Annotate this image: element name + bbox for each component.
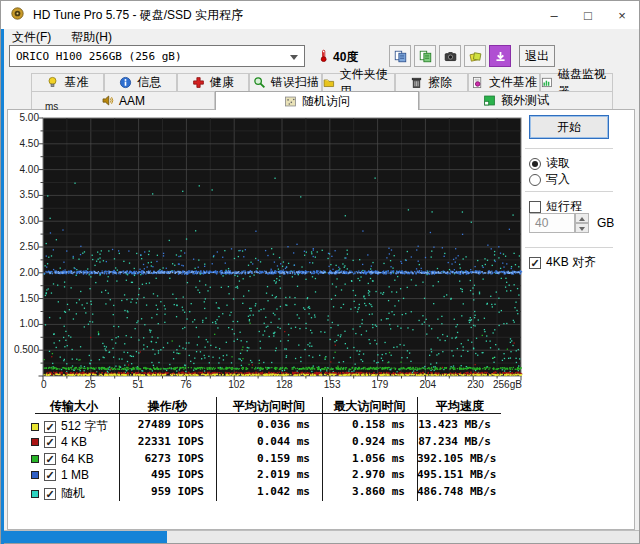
cell-iops: 495 IOPS — [119, 468, 204, 481]
minimize-button[interactable]: – — [537, 1, 571, 29]
series-checkbox[interactable]: ✓ — [44, 421, 56, 433]
write-radio-label: 写入 — [546, 171, 570, 188]
read-radio[interactable]: 读取 — [529, 155, 570, 172]
start-button[interactable]: 开始 — [529, 115, 609, 139]
y-axis-tick-label: 3.50 — [9, 189, 39, 200]
access-time-chart — [37, 116, 525, 384]
tab-random-access[interactable]: 随机访问 — [215, 91, 419, 110]
table-row-legend[interactable]: ✓4 KB — [31, 435, 87, 449]
cell-max: 3.860 ms — [322, 485, 405, 498]
tab-label: 文件基准 — [489, 74, 537, 91]
table-row-legend[interactable]: ✓512 字节 — [31, 418, 108, 435]
menu-item-file[interactable]: 文件(F) — [9, 29, 54, 45]
download-icon — [494, 50, 507, 63]
table-row-legend[interactable]: ✓随机 — [31, 485, 85, 502]
copy-blue-button[interactable] — [389, 45, 411, 67]
separator — [525, 247, 613, 248]
app-icon — [11, 7, 24, 20]
capacity-stepper[interactable] — [575, 213, 589, 233]
tab-label: 擦除 — [428, 74, 452, 91]
radio-selected-icon — [529, 158, 541, 170]
tab-strip: 基准信息健康错误扫描文件夹使用擦除文件基准磁盘监视器 AAM随机访问额外测试 — [7, 73, 635, 109]
stepper-down-icon[interactable] — [575, 223, 589, 233]
checkbox-checked-icon: ✓ — [529, 257, 541, 269]
tab-disk-monitor[interactable]: 磁盘监视器 — [540, 73, 613, 91]
cell-avg: 0.159 ms — [216, 452, 310, 465]
series-color-swatch — [31, 423, 39, 431]
tab-health[interactable]: 健康 — [177, 73, 250, 91]
cell-max: 2.970 ms — [322, 468, 405, 481]
cell-avg: 0.036 ms — [216, 418, 310, 431]
disk-monitor-icon — [541, 76, 553, 89]
exit-button[interactable]: 退出 — [519, 45, 555, 67]
drive-select-value: ORICO H100 256GB (256 gB) — [16, 50, 182, 63]
cell-speed: 392.105 MB/s — [417, 452, 491, 465]
tab-extra-tests[interactable]: 额外测试 — [419, 91, 613, 109]
download-button[interactable] — [489, 45, 511, 67]
series-checkbox[interactable]: ✓ — [44, 488, 56, 500]
toolbar: ORICO H100 256GB (256 gB) 40度 退出 — [1, 45, 639, 71]
cell-speed: 13.423 MB/s — [417, 418, 491, 431]
tab-benchmark[interactable]: 基准 — [31, 73, 104, 91]
series-color-swatch — [31, 455, 39, 463]
align-4kb-checkbox[interactable]: ✓ 4KB 对齐 — [529, 254, 596, 271]
window-accent-left — [1, 29, 4, 544]
y-axis-tick-label: 0.500 — [9, 344, 39, 355]
cell-avg: 2.019 ms — [216, 468, 310, 481]
tab-label: 随机访问 — [302, 93, 350, 110]
chevron-down-icon — [290, 55, 298, 60]
separator — [525, 191, 613, 192]
separator — [525, 148, 613, 149]
file-benchmark-icon — [471, 76, 484, 89]
save-notes-button[interactable] — [464, 45, 486, 67]
tab-file-benchmark[interactable]: 文件基准 — [468, 73, 541, 91]
menu-item-help[interactable]: 帮助(H) — [68, 29, 115, 45]
tab-info[interactable]: 信息 — [104, 73, 177, 91]
tab-error-scan[interactable]: 错误扫描 — [249, 73, 322, 91]
y-axis-tick-label: 1.00 — [9, 318, 39, 329]
extra-tests-icon — [483, 94, 496, 107]
series-label: 1 MB — [61, 468, 89, 482]
camera-button[interactable] — [439, 45, 461, 67]
folder-icon — [323, 76, 335, 89]
series-label: 64 KB — [61, 452, 94, 466]
speaker-icon — [101, 94, 114, 107]
camera-icon — [444, 50, 457, 63]
cell-speed: 87.234 MB/s — [417, 435, 491, 448]
table-row-legend[interactable]: ✓64 KB — [31, 452, 94, 466]
tab-erase[interactable]: 擦除 — [395, 73, 468, 91]
y-axis-unit: ms — [45, 101, 58, 112]
write-radio[interactable]: 写入 — [529, 171, 570, 188]
cell-iops: 22331 IOPS — [119, 435, 204, 448]
tab-folder-usage[interactable]: 文件夹使用 — [322, 73, 395, 91]
y-axis-tick-label: 4.00 — [9, 164, 39, 175]
drive-select[interactable]: ORICO H100 256GB (256 gB) — [9, 45, 305, 67]
series-checkbox[interactable]: ✓ — [44, 469, 56, 481]
cell-max: 0.924 ms — [322, 435, 405, 448]
health-icon — [192, 76, 205, 89]
progress-fill — [1, 531, 167, 543]
tab-label: 额外测试 — [501, 92, 549, 109]
thermometer-icon — [317, 49, 330, 62]
erase-icon — [410, 76, 423, 89]
align-4kb-label: 4KB 对齐 — [546, 254, 596, 271]
tab-aam[interactable]: AAM — [31, 91, 215, 109]
capacity-input[interactable]: 40 — [529, 213, 575, 233]
maximize-button[interactable]: □ — [571, 1, 605, 29]
tab-label: 健康 — [210, 74, 234, 91]
random-access-icon — [284, 95, 297, 108]
series-color-swatch — [31, 490, 39, 498]
series-checkbox[interactable]: ✓ — [44, 436, 56, 448]
series-label: 512 字节 — [61, 418, 108, 435]
stepper-up-icon[interactable] — [575, 213, 589, 223]
table-row-legend[interactable]: ✓1 MB — [31, 468, 89, 482]
progress-bar — [1, 530, 639, 543]
close-button[interactable]: × — [605, 1, 639, 29]
series-checkbox[interactable]: ✓ — [44, 453, 56, 465]
series-color-swatch — [31, 471, 39, 479]
copy-blue-icon — [394, 50, 407, 63]
series-label: 4 KB — [61, 435, 87, 449]
cell-avg: 1.042 ms — [216, 485, 310, 498]
series-color-swatch — [31, 438, 39, 446]
copy-green-button[interactable] — [414, 45, 436, 67]
